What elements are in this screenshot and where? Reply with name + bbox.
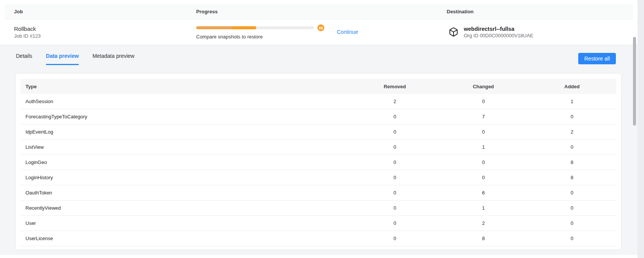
progress-cell: Compare snapshots to restore Continue [196, 19, 447, 45]
cell-removed: 0 [351, 220, 439, 226]
cell-added: 0 [528, 114, 616, 119]
cell-added: 0 [528, 220, 616, 226]
cell-added: 1 [528, 99, 616, 104]
column-header-added: Added [528, 84, 616, 89]
column-header-removed: Removed [351, 84, 439, 89]
table-row: IdpEventLog 0 0 2 [21, 124, 616, 140]
destination-column-label: Destination [447, 9, 633, 14]
job-summary-header-row: Job Progress Destination [5, 4, 633, 19]
table-row: LoginHistory 0 0 8 [21, 170, 616, 185]
cell-type: UserLicense [21, 236, 351, 241]
pause-icon [319, 27, 320, 29]
cell-type: OauthToken [21, 190, 351, 196]
cell-changed: 0 [439, 129, 528, 135]
tabs: DetailsData previewMetadata preview [16, 53, 135, 65]
job-name: Rollback [14, 25, 196, 32]
cell-changed: 1 [439, 144, 528, 150]
tabs-bar: DetailsData previewMetadata preview Rest… [0, 45, 638, 65]
cell-changed: 0 [439, 159, 528, 165]
table-body: AuthSession 2 0 1 ForecastingTypeToCateg… [21, 94, 616, 246]
cell-removed: 0 [351, 190, 439, 196]
scrollbar-rail [638, 0, 644, 258]
cell-removed: 0 [351, 144, 439, 150]
cell-removed: 0 [351, 175, 439, 180]
scrollbar-thumb[interactable] [633, 37, 636, 126]
cell-type: LoginGeo [21, 159, 351, 165]
cell-removed: 0 [351, 114, 439, 119]
restore-all-button[interactable]: Restore all [578, 53, 616, 64]
cell-removed: 0 [351, 159, 439, 165]
table-header-row: Type Removed Changed Added [21, 79, 616, 94]
destination-org-name: webdirectsrl--fullsa [464, 26, 533, 32]
cell-type: AuthSession [21, 99, 351, 104]
data-preview-table-card: Type Removed Changed Added AuthSession 2… [15, 73, 622, 250]
package-cube-icon [449, 27, 458, 37]
cell-added: 0 [528, 236, 616, 241]
progress-column-label: Progress [196, 9, 447, 14]
cell-type: ForecastingTypeToCategory [21, 114, 351, 119]
cell-added: 0 [528, 144, 616, 150]
job-column-label: Job [14, 9, 196, 14]
destination-cell: webdirectsrl--fullsa Org ID 00D0C0000000… [447, 26, 633, 38]
pause-icon [321, 27, 322, 29]
column-header-type: Type [21, 84, 351, 89]
pause-button[interactable] [317, 24, 324, 31]
progress-bar [196, 26, 314, 29]
progress-status-text: Compare snapshots to restore [196, 34, 447, 40]
bottom-panel-edge [0, 255, 638, 258]
tab-metadata-preview[interactable]: Metadata preview [92, 53, 135, 65]
table-row: ForecastingTypeToCategory 0 7 0 [21, 109, 616, 124]
cell-added: 8 [528, 159, 616, 165]
column-header-changed: Changed [439, 84, 528, 89]
cell-changed: 0 [439, 175, 528, 180]
cell-changed: 1 [439, 205, 528, 211]
cell-changed: 2 [439, 220, 528, 226]
tab-details[interactable]: Details [16, 53, 32, 65]
destination-org-id: Org ID 00D0C0000000V18UAE [464, 33, 533, 38]
cell-added: 0 [528, 205, 616, 211]
cell-removed: 0 [351, 236, 439, 241]
job-summary-panel: Job Progress Destination Rollback Job ID… [5, 4, 633, 45]
continue-link[interactable]: Continue [337, 29, 358, 35]
cell-added: 8 [528, 175, 616, 180]
cell-added: 0 [528, 190, 616, 196]
table-row: UserLicense 0 8 0 [21, 231, 616, 246]
job-summary-section: Job Progress Destination Rollback Job ID… [0, 0, 638, 45]
cell-added: 2 [528, 129, 616, 135]
cell-changed: 7 [439, 114, 528, 119]
cell-removed: 0 [351, 205, 439, 211]
cell-removed: 2 [351, 99, 439, 104]
cell-changed: 8 [439, 236, 528, 241]
cell-changed: 6 [439, 190, 528, 196]
cell-type: RecentlyViewed [21, 205, 351, 211]
cell-type: IdpEventLog [21, 129, 351, 135]
cell-type: ListView [21, 144, 351, 150]
tab-data-preview[interactable]: Data preview [46, 53, 79, 65]
cell-type: LoginHistory [21, 175, 351, 180]
table-row: RecentlyViewed 0 1 0 [21, 201, 616, 216]
table-row: AuthSession 2 0 1 [21, 94, 616, 109]
job-cell: Rollback Job ID #123 [14, 25, 196, 39]
job-summary-content-row: Rollback Job ID #123 Compare snapshots t… [5, 19, 633, 45]
progress-bar-row [196, 24, 447, 31]
table-row: ListView 0 1 0 [21, 140, 616, 155]
table-row: User 0 2 0 [21, 216, 616, 231]
cell-changed: 0 [439, 99, 528, 104]
cell-type: User [21, 220, 351, 226]
table-row: LoginGeo 0 0 8 [21, 155, 616, 170]
job-id: Job ID #123 [14, 33, 196, 39]
progress-bar-fill [196, 26, 256, 29]
table-row: OauthToken 0 6 0 [21, 185, 616, 201]
destination-text: webdirectsrl--fullsa Org ID 00D0C0000000… [464, 26, 533, 38]
cell-removed: 0 [351, 129, 439, 135]
